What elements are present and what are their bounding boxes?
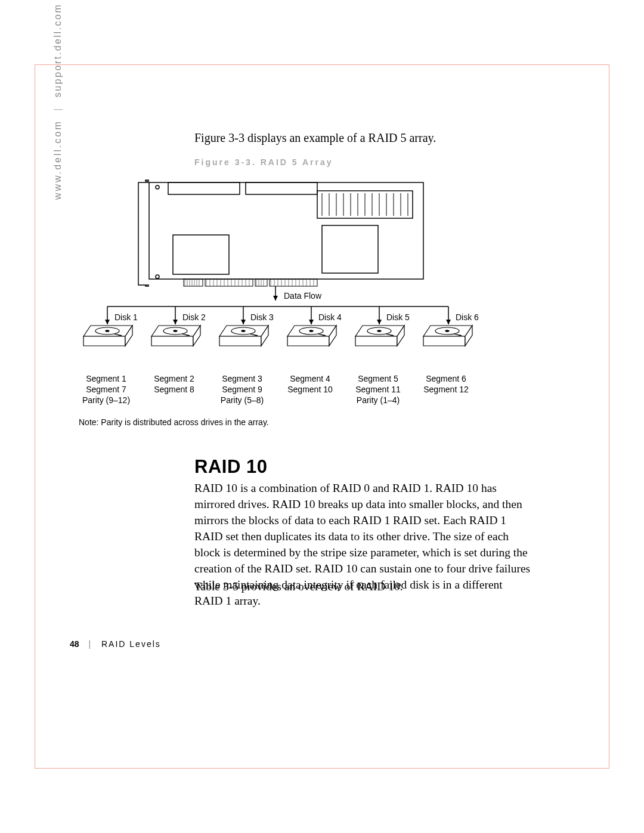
svg-rect-20 xyxy=(173,235,229,274)
svg-point-1 xyxy=(156,185,159,189)
diagram-note: Note: Parity is distributed across drive… xyxy=(79,417,269,427)
svg-point-80 xyxy=(174,330,177,332)
segment-text: Parity (5–8) xyxy=(206,395,278,405)
segment-text: Parity (9–12) xyxy=(70,395,142,405)
section-paragraph-2: Table 3-5 provides an overview of RAID 1… xyxy=(194,578,531,594)
svg-point-88 xyxy=(445,330,449,332)
page-number: 48 xyxy=(70,639,79,649)
segment-text: Segment 1 xyxy=(70,373,142,384)
footer-section: RAID Levels xyxy=(101,639,161,649)
segment-col-1: Segment 1 Segment 7 Parity (9–12) xyxy=(70,373,142,405)
side-watermark: www.dell.com | support.dell.com xyxy=(52,4,63,200)
segment-col-3: Segment 3 Segment 9 Parity (5–8) xyxy=(206,373,278,405)
svg-rect-4 xyxy=(246,182,317,194)
figure-caption: Figure 3-3. RAID 5 Array xyxy=(194,157,333,167)
page: www.dell.com | support.dell.com Figure 3… xyxy=(0,0,644,833)
svg-rect-21 xyxy=(184,279,203,286)
segment-col-6: Segment 6 Segment 12 xyxy=(410,373,482,395)
page-footer: 48 | RAID Levels xyxy=(70,639,161,649)
svg-marker-74 xyxy=(377,320,382,324)
footer-separator: | xyxy=(88,639,92,649)
segment-text: Segment 4 xyxy=(274,373,346,384)
svg-marker-70 xyxy=(241,320,246,324)
segment-text: Segment 7 xyxy=(70,384,142,395)
segment-text: Segment 6 xyxy=(410,373,482,384)
disk-label-1: Disk 1 xyxy=(114,312,138,322)
svg-point-84 xyxy=(309,330,313,332)
segment-text: Segment 12 xyxy=(410,384,482,395)
disk-label-4: Disk 4 xyxy=(318,312,342,322)
svg-point-82 xyxy=(242,330,245,332)
disk-label-2: Disk 2 xyxy=(182,312,206,322)
segment-text: Segment 10 xyxy=(274,384,346,395)
segment-text: Parity (1–4) xyxy=(342,395,414,405)
svg-rect-19 xyxy=(322,225,378,273)
segment-text: Segment 2 xyxy=(138,373,210,384)
segment-text: Segment 8 xyxy=(138,384,210,395)
svg-point-78 xyxy=(106,330,109,332)
svg-marker-68 xyxy=(173,320,178,324)
segment-col-4: Segment 4 Segment 10 xyxy=(274,373,346,395)
data-flow-label: Data Flow xyxy=(284,291,321,301)
svg-marker-66 xyxy=(105,320,110,324)
segment-text: Segment 3 xyxy=(206,373,278,384)
side-url-left: www.dell.com xyxy=(52,120,63,200)
segment-col-5: Segment 5 Segment 11 Parity (1–4) xyxy=(342,373,414,405)
svg-rect-0 xyxy=(149,182,423,279)
svg-rect-3 xyxy=(168,182,240,194)
segment-col-2: Segment 2 Segment 8 xyxy=(138,373,210,395)
svg-marker-76 xyxy=(446,320,451,324)
segment-text: Segment 5 xyxy=(342,373,414,384)
intro-text: Figure 3-3 displays an example of a RAID… xyxy=(194,131,436,145)
svg-point-86 xyxy=(377,330,381,332)
disk-label-6: Disk 6 xyxy=(456,312,479,322)
disk-label-3: Disk 3 xyxy=(250,312,274,322)
segment-text: Segment 11 xyxy=(342,384,414,395)
side-url-right: support.dell.com xyxy=(52,4,63,97)
svg-point-2 xyxy=(156,275,159,278)
svg-marker-72 xyxy=(309,320,314,324)
segment-text: Segment 9 xyxy=(206,384,278,395)
section-title: RAID 10 xyxy=(194,456,267,478)
svg-marker-63 xyxy=(273,296,278,301)
disk-label-5: Disk 5 xyxy=(386,312,410,322)
side-separator: | xyxy=(52,107,63,111)
